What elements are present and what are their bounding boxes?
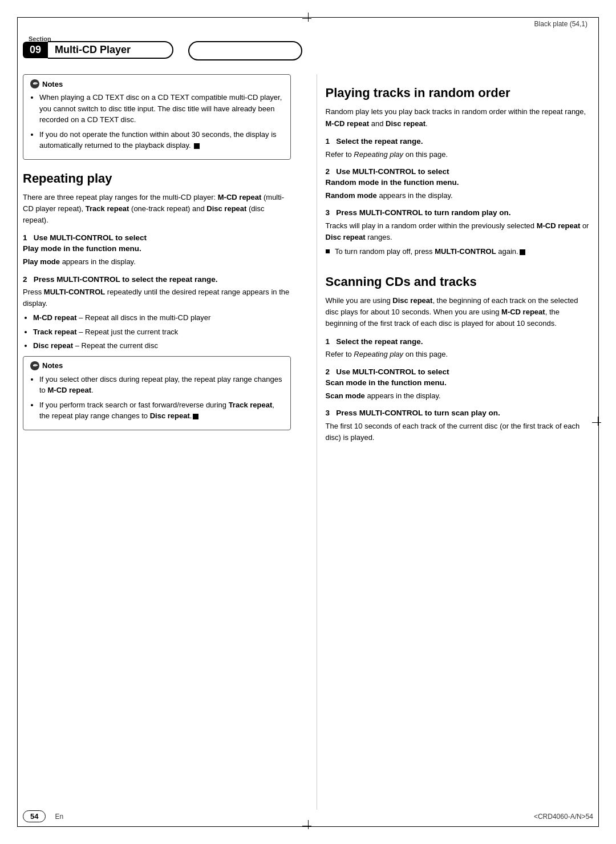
notes-item-2-2: If you perform track search or fast forw… xyxy=(39,399,283,422)
page-border-left xyxy=(17,17,18,827)
right-column: Playing tracks in random order Random pl… xyxy=(317,74,594,810)
notes-label-1: Notes xyxy=(42,80,63,88)
crosshair-right xyxy=(592,417,603,428)
notes-icon-2: ✏ xyxy=(30,361,39,370)
repeating-step1-body: Play mode appears in the display. xyxy=(23,256,291,268)
notes-item-2-1: If you select other discs during repeat … xyxy=(39,374,283,396)
scanning-step1-body: Refer to Repeating play on this page. xyxy=(326,349,594,360)
repeating-play-title: Repeating play xyxy=(23,171,291,186)
random-step1-heading: 1 Select the repeat range. xyxy=(326,136,594,147)
repeating-step2-heading: 2 Press MULTI-CONTROL to select the repe… xyxy=(23,274,291,285)
notes-box-2: ✏ Notes If you select other discs during… xyxy=(23,356,291,430)
scanning-title: Scanning CDs and tracks xyxy=(326,274,594,289)
notes-list-1: When playing a CD TEXT disc on a CD TEXT… xyxy=(30,92,283,151)
end-box-2 xyxy=(193,414,198,419)
repeating-bullets: M-CD repeat – Repeat all discs in the mu… xyxy=(23,312,291,351)
notes-header-2: ✏ Notes xyxy=(30,361,283,370)
crosshair-top xyxy=(302,13,314,24)
header-text: Black plate (54,1) xyxy=(534,20,587,28)
footer-code: <CRD4060-A/N>54 xyxy=(534,813,593,821)
random-step2-body: Random mode appears in the display. xyxy=(326,190,594,201)
random-play-intro: Random play lets you play back tracks in… xyxy=(326,106,594,129)
bullet-disc: Disc repeat – Repeat the current disc xyxy=(33,340,291,352)
page-footer: 54 En <CRD4060-A/N>54 xyxy=(23,810,593,822)
notes-item-1-1: When playing a CD TEXT disc on a CD TEXT… xyxy=(39,92,283,126)
random-step2-heading: 2 Use MULTI-CONTROL to selectRandom mode… xyxy=(326,167,594,188)
scanning-step2-heading: 2 Use MULTI-CONTROL to selectScan mode i… xyxy=(326,367,594,389)
scanning-intro: While you are using Disc repeat, the beg… xyxy=(326,295,594,329)
section-title: Multi-CD Player xyxy=(48,41,173,59)
footer-en-label: En xyxy=(55,813,63,821)
random-play-title: Playing tracks in random order xyxy=(326,86,594,100)
random-step1-body: Refer to Repeating play on this page. xyxy=(326,149,594,160)
notes-list-2: If you select other discs during repeat … xyxy=(30,374,283,422)
random-step3-heading: 3 Press MULTI-CONTROL to turn random pla… xyxy=(326,208,594,219)
end-box-3 xyxy=(520,249,525,255)
repeating-step1-heading: 1 Use MULTI-CONTROL to selectPlay mode i… xyxy=(23,233,291,255)
page-number: 54 xyxy=(23,810,46,822)
bullet-mcd: M-CD repeat – Repeat all discs in the mu… xyxy=(33,312,291,324)
section-header-right-box xyxy=(188,41,302,60)
scanning-step3-body: The first 10 seconds of each track of th… xyxy=(326,421,594,443)
end-box-1 xyxy=(194,143,200,149)
notes-header-1: ✏ Notes xyxy=(30,79,283,88)
notes-box-1: ✏ Notes When playing a CD TEXT disc on a… xyxy=(23,74,291,160)
notes-item-1-2: If you do not operate the function withi… xyxy=(39,129,283,151)
section-header: 09 Multi-CD Player xyxy=(23,41,173,59)
content-area: ✏ Notes When playing a CD TEXT disc on a… xyxy=(23,74,593,810)
page-header: Black plate (54,1) xyxy=(534,20,587,28)
random-step3-body: Tracks will play in a random order withi… xyxy=(326,220,594,243)
bullet-track: Track repeat – Repeat just the current t… xyxy=(33,326,291,338)
random-step3-bullet: To turn random play off, press MULTI-CON… xyxy=(326,246,594,257)
scanning-step3-heading: 3 Press MULTI-CONTROL to turn scan play … xyxy=(326,408,594,419)
notes-icon-1: ✏ xyxy=(30,79,39,88)
repeating-step2-body: Press MULTI-CONTROL repeatedly until the… xyxy=(23,286,291,309)
scanning-step1-heading: 1 Select the repeat range. xyxy=(326,337,594,348)
left-column: ✏ Notes When playing a CD TEXT disc on a… xyxy=(23,74,299,810)
section-number: 09 xyxy=(23,42,48,58)
square-bullet-1 xyxy=(326,249,330,253)
repeating-play-intro: There are three repeat play ranges for t… xyxy=(23,192,291,226)
notes-label-2: Notes xyxy=(42,361,63,370)
scanning-step2-body: Scan mode appears in the display. xyxy=(326,390,594,402)
